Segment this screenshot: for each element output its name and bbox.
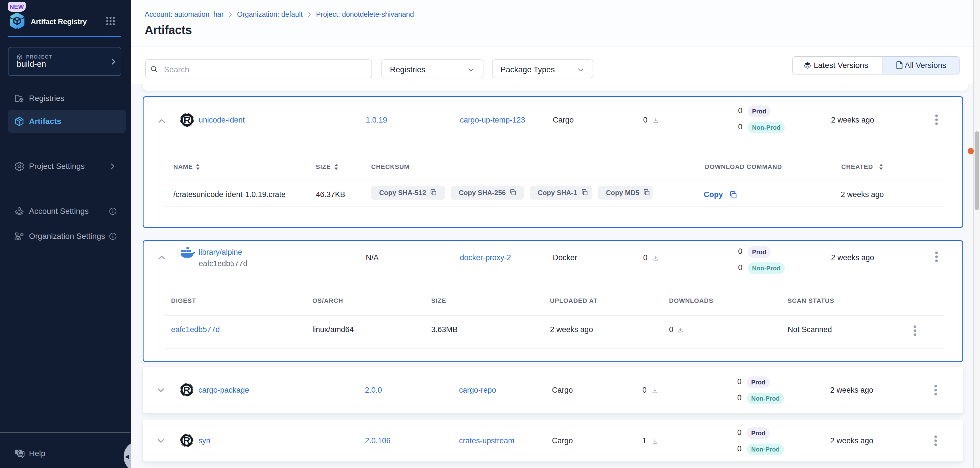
svg-text:R: R [183, 384, 191, 395]
svg-text:?: ? [17, 450, 20, 455]
svg-text:R: R [183, 114, 191, 126]
svg-text:R: R [183, 435, 191, 446]
